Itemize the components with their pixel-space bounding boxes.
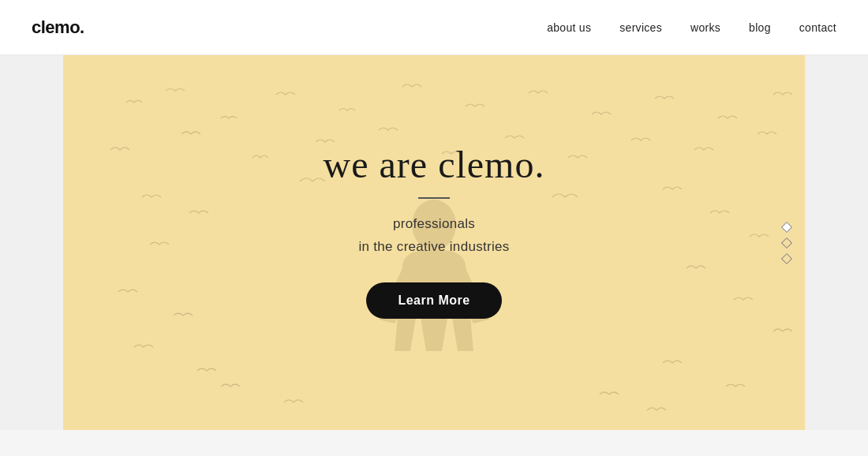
slider-dots [783,223,791,263]
slider-dot-3[interactable] [781,252,792,264]
site-header: clemo. about us services works blog cont… [0,0,868,55]
slider-dot-1[interactable] [781,221,792,232]
hero-divider [418,197,450,199]
learn-more-button[interactable]: Learn More [366,282,501,319]
nav-services[interactable]: services [619,21,662,34]
nav-blog[interactable]: blog [749,21,771,34]
hero-content: we are clemo. professionals in the creat… [324,143,545,342]
site-logo[interactable]: clemo. [32,17,84,38]
hero-subtitle: professionals in the creative industries [324,213,545,259]
nav-contact[interactable]: contact [799,21,836,34]
slider-dot-2[interactable] [781,237,792,248]
page-wrapper: we are clemo. professionals in the creat… [0,55,868,430]
nav-works[interactable]: works [690,21,720,34]
hero-title: we are clemo. [324,143,545,186]
main-nav: about us services works blog contact [547,21,836,34]
nav-about-us[interactable]: about us [547,21,591,34]
hero-section: we are clemo. professionals in the creat… [63,55,805,430]
